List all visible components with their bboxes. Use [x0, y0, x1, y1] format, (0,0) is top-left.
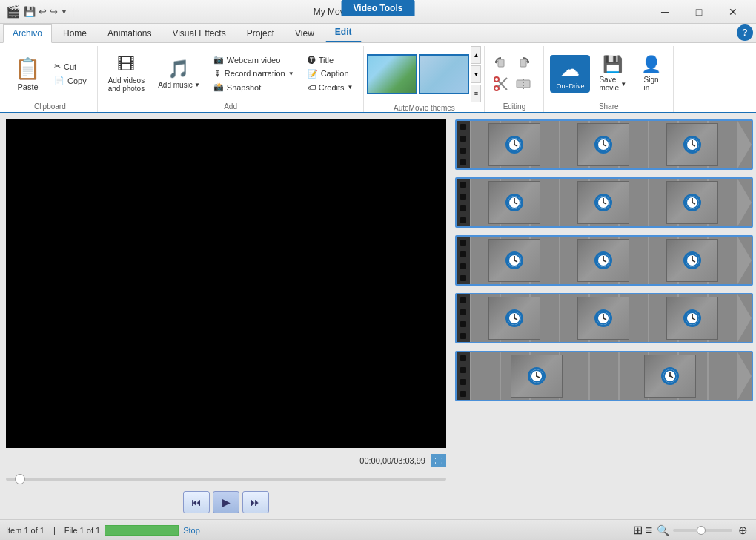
dropdown-icon[interactable]: ▼: [61, 8, 67, 16]
save-icon[interactable]: 💾: [24, 6, 36, 17]
tab-visual-effects[interactable]: Visual Effects: [162, 24, 235, 42]
svg-point-18: [686, 139, 698, 151]
film-frame: [488, 297, 540, 340]
theme-scroll-down[interactable]: ▼: [471, 65, 481, 83]
zoom-in-button[interactable]: ⊕: [735, 523, 750, 538]
rotate-right-button[interactable]: [513, 53, 534, 73]
svg-point-34: [508, 254, 520, 266]
sign-in-button[interactable]: 👤 Signin: [635, 52, 667, 95]
view-switch-icon1[interactable]: ⊞: [633, 523, 643, 537]
copy-button[interactable]: 📄 Copy: [50, 74, 91, 87]
split-button[interactable]: [513, 74, 534, 93]
title-button[interactable]: 🅣 Title: [303, 54, 358, 66]
add-music-button[interactable]: 🎵 Add music ▼: [153, 56, 205, 92]
zoom-slider-thumb[interactable]: [697, 526, 706, 535]
theme-nature[interactable]: [367, 54, 417, 94]
play-forward-button[interactable]: ⏭: [242, 491, 269, 513]
separator1: |: [53, 526, 56, 535]
seekbar-thumb[interactable]: [15, 474, 25, 484]
restore-button[interactable]: □: [682, 0, 716, 24]
svg-point-65: [669, 375, 671, 377]
film-frame: [511, 355, 563, 398]
snapshot-button[interactable]: 📸 Snapshot: [209, 81, 299, 93]
theme-scroll-up[interactable]: ▲: [471, 46, 481, 64]
film-clock-icon: [683, 194, 701, 211]
film-clock-icon: [594, 309, 612, 327]
film-clock-icon: [505, 251, 523, 269]
progress-bar: [105, 525, 179, 536]
close-button[interactable]: ✕: [716, 0, 750, 24]
minimize-button[interactable]: ─: [648, 0, 682, 24]
zoom-out-button[interactable]: 🔍: [655, 523, 670, 538]
item-count: Item 1 of 1: [6, 526, 44, 535]
film-strip-arrow: [737, 177, 752, 228]
editing-group: Editing: [485, 46, 544, 112]
tab-project[interactable]: Project: [237, 24, 284, 42]
video-preview[interactable]: [6, 119, 446, 448]
add-videos-button[interactable]: 🎞 Add videosand photos: [104, 51, 150, 96]
app-icon: 🎬: [6, 4, 21, 19]
svg-point-17: [603, 144, 604, 145]
tab-home[interactable]: Home: [53, 24, 96, 42]
film-strip-1[interactable]: [455, 119, 753, 170]
onedrive-button[interactable]: ☁ OneDrive: [550, 55, 590, 93]
rotate-left-button[interactable]: [491, 53, 511, 73]
webcam-icon: 📷: [213, 55, 224, 65]
svg-point-29: [603, 202, 604, 203]
paste-button[interactable]: 📋 Paste: [9, 53, 47, 94]
save-movie-button[interactable]: 💾 Savemovie ▼: [593, 52, 632, 95]
film-frame: [666, 123, 718, 166]
automovie-group: ▲ ▼ ≡ AutoMovie themes: [364, 46, 485, 112]
film-frame: [577, 123, 629, 166]
quick-access-toolbar[interactable]: 🎬 💾 ↩ ↪ ▼ |: [6, 4, 76, 19]
svg-rect-1: [498, 59, 504, 67]
zoom-slider[interactable]: [673, 529, 732, 532]
timeline-scroll[interactable]: [452, 113, 756, 519]
share-group: ☁ OneDrive 💾 Savemovie ▼ 👤 Signin Share: [544, 46, 674, 112]
cut-button[interactable]: ✂ Cut: [50, 60, 91, 73]
film-strip-5[interactable]: [455, 351, 753, 401]
undo-icon[interactable]: ↩: [39, 6, 47, 17]
narration-button[interactable]: 🎙 Record narration ▼: [209, 68, 299, 79]
tab-edit[interactable]: Edit: [325, 23, 362, 42]
film-strip-4[interactable]: [455, 293, 753, 343]
fullscreen-button[interactable]: ⛶: [431, 454, 446, 467]
tab-view[interactable]: View: [285, 24, 324, 42]
trim-button[interactable]: [491, 74, 511, 93]
video-tools-tab[interactable]: Video Tools: [342, 0, 415, 16]
svg-point-62: [664, 370, 676, 382]
cloud-icon: ☁: [560, 58, 580, 81]
film-strip-2[interactable]: [455, 177, 753, 228]
view-switch-icon2[interactable]: ≡: [646, 524, 652, 537]
svg-point-37: [514, 260, 515, 261]
film-strip-arrow: [737, 351, 752, 401]
film-frame: [488, 239, 540, 282]
tab-archivo[interactable]: Archivo: [3, 24, 52, 43]
credits-button[interactable]: 🏷 Credits ▼: [303, 82, 358, 93]
stop-label[interactable]: Stop: [183, 526, 200, 535]
save-movie-icon: 💾: [603, 55, 623, 74]
film-frame: [488, 181, 540, 224]
title-bar: 🎬 💾 ↩ ↪ ▼ | My Movie - Movie Maker Video…: [0, 0, 756, 24]
theme-scroll-more[interactable]: ≡: [471, 85, 481, 102]
redo-icon[interactable]: ↪: [50, 6, 58, 17]
file-progress: File 1 of 1 Stop: [64, 525, 200, 536]
tab-animations[interactable]: Animations: [98, 24, 161, 42]
help-button[interactable]: ?: [737, 24, 753, 41]
paste-label: Paste: [17, 82, 38, 91]
theme-gray[interactable]: [419, 54, 469, 94]
play-back-button[interactable]: ⏮: [183, 491, 210, 513]
svg-point-53: [603, 317, 604, 319]
play-button[interactable]: ▶: [213, 491, 239, 513]
webcam-button[interactable]: 📷 Webcam video: [209, 53, 299, 66]
svg-point-54: [686, 312, 698, 324]
svg-point-61: [536, 375, 537, 377]
seekbar[interactable]: [6, 473, 446, 485]
film-strip-3[interactable]: [455, 235, 753, 286]
caption-button[interactable]: 📝 Caption: [303, 68, 358, 80]
window-controls[interactable]: ─ □ ✕: [648, 0, 750, 24]
rotate-right-icon: [516, 56, 531, 70]
svg-rect-8: [517, 80, 530, 88]
film-clock-icon: [661, 367, 679, 385]
ribbon-tabs: Archivo Home Animations Visual Effects P…: [0, 24, 756, 43]
